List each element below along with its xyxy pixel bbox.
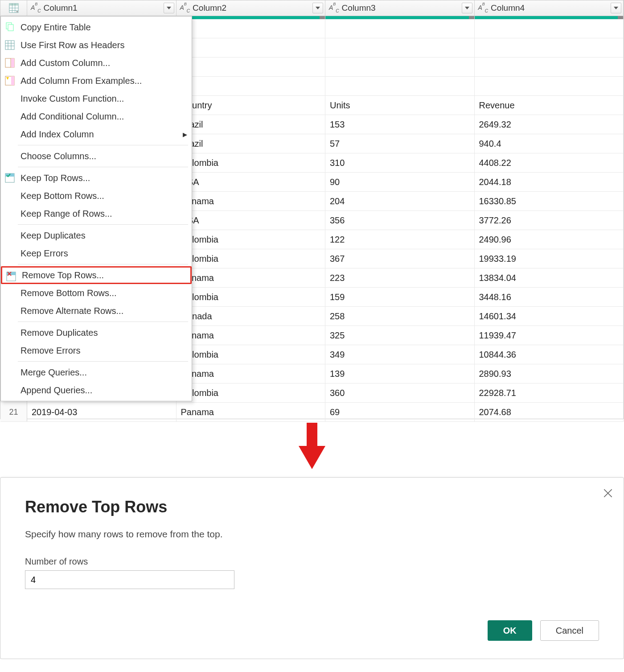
cell[interactable]: 325 — [325, 326, 475, 345]
cell[interactable]: Country — [177, 96, 326, 115]
filter-dropdown-icon[interactable] — [312, 3, 323, 13]
menu-item-keep-bottom-rows[interactable]: Keep Bottom Rows... — [1, 187, 192, 205]
cell[interactable]: 69 — [325, 403, 475, 421]
cell[interactable]: Colombia — [177, 288, 326, 306]
cell[interactable] — [475, 77, 624, 95]
cell[interactable]: Panama — [177, 326, 326, 345]
number-of-rows-input[interactable] — [25, 570, 234, 589]
cell[interactable]: 356 — [325, 211, 475, 230]
menu-item-invoke-custom-function[interactable]: Invoke Custom Function... — [1, 90, 192, 107]
cell[interactable]: 2044.18 — [475, 173, 624, 191]
cell[interactable]: 14601.34 — [475, 307, 624, 326]
cell[interactable]: 940.4 — [475, 134, 624, 153]
menu-item-remove-bottom-rows[interactable]: Remove Bottom Rows... — [1, 284, 192, 302]
cell[interactable]: 2890.93 — [475, 364, 624, 383]
cell[interactable]: 4408.22 — [475, 153, 624, 172]
menu-item-remove-top-rows[interactable]: Remove Top Rows... — [1, 266, 192, 284]
cell[interactable]: 2019-04-03 — [27, 403, 177, 421]
cell[interactable]: 2649.32 — [475, 115, 624, 134]
menu-item-choose-columns[interactable]: Choose Columns... — [1, 147, 192, 165]
cell[interactable]: Panama — [177, 192, 326, 210]
cell[interactable] — [177, 77, 326, 95]
cell[interactable]: 223 — [325, 268, 475, 287]
cell[interactable]: 11939.47 — [475, 326, 624, 345]
svg-marker-8 — [316, 7, 320, 9]
cell[interactable]: USA — [177, 173, 326, 191]
cell[interactable]: Brazil — [177, 115, 326, 134]
menu-item-merge-queries[interactable]: Merge Queries... — [1, 363, 192, 381]
filter-dropdown-icon[interactable] — [462, 3, 472, 13]
filter-dropdown-icon[interactable] — [611, 3, 621, 13]
cell[interactable]: 3772.26 — [475, 211, 624, 230]
cell[interactable]: 204 — [325, 192, 475, 210]
cell[interactable]: 13834.04 — [475, 268, 624, 287]
cell[interactable]: Panama — [177, 268, 326, 287]
cell[interactable]: 153 — [325, 115, 475, 134]
menu-item-add-column-from-examples[interactable]: Add Column From Examples... — [1, 72, 192, 90]
cell[interactable]: Units — [325, 96, 475, 115]
menu-item-append-queries[interactable]: Append Queries... — [1, 381, 192, 399]
cell[interactable]: 2490.96 — [475, 230, 624, 249]
cell[interactable]: 367 — [325, 249, 475, 268]
cell[interactable]: 19933.19 — [475, 249, 624, 268]
cell[interactable]: 349 — [325, 345, 475, 364]
cell[interactable]: 2074.68 — [475, 403, 624, 421]
cell[interactable]: Panama — [177, 403, 326, 421]
cell[interactable]: Colombia — [177, 153, 326, 172]
cell[interactable]: 10844.36 — [475, 345, 624, 364]
cancel-button[interactable]: Cancel — [540, 620, 599, 641]
cell[interactable] — [325, 58, 475, 76]
svg-marker-9 — [465, 7, 469, 9]
cell[interactable]: Panama — [177, 364, 326, 383]
menu-item-use-first-row-as-headers[interactable]: Use First Row as Headers — [1, 36, 192, 54]
menu-separator — [18, 361, 188, 362]
cell[interactable]: 159 — [325, 288, 475, 306]
filter-dropdown-icon[interactable] — [164, 3, 174, 13]
cell[interactable] — [475, 58, 624, 76]
menu-item-keep-duplicates[interactable]: Keep Duplicates — [1, 227, 192, 244]
cell[interactable] — [177, 58, 326, 76]
column-header-column3[interactable]: ABC Column3 — [325, 0, 475, 16]
menu-item-remove-duplicates[interactable]: Remove Duplicates — [1, 324, 192, 342]
cell[interactable]: Canada — [177, 307, 326, 326]
menu-item-add-index-column[interactable]: Add Index Column▸ — [1, 125, 192, 143]
cell[interactable]: 360 — [325, 383, 475, 402]
column-header-column4[interactable]: ABC Column4 — [475, 0, 624, 16]
cell[interactable] — [475, 38, 624, 57]
cell[interactable]: Colombia — [177, 345, 326, 364]
cell[interactable]: 122 — [325, 230, 475, 249]
column-header-column2[interactable]: ABC Column2 — [177, 0, 326, 16]
menu-item-remove-errors[interactable]: Remove Errors — [1, 342, 192, 359]
cell[interactable] — [177, 38, 326, 57]
column-header-column1[interactable]: ABC Column1 — [27, 0, 177, 16]
cell[interactable]: 16330.85 — [475, 192, 624, 210]
cell[interactable]: Brazil — [177, 134, 326, 153]
menu-item-keep-top-rows[interactable]: Keep Top Rows... — [1, 169, 192, 187]
cell[interactable]: 90 — [325, 173, 475, 191]
table-menu-button[interactable] — [0, 0, 27, 16]
cell[interactable]: 3448.16 — [475, 288, 624, 306]
cell[interactable]: 57 — [325, 134, 475, 153]
cell[interactable] — [177, 19, 326, 38]
menu-item-keep-errors[interactable]: Keep Errors — [1, 244, 192, 262]
cell[interactable]: USA — [177, 211, 326, 230]
cell[interactable]: Colombia — [177, 249, 326, 268]
cell[interactable]: 258 — [325, 307, 475, 326]
menu-item-remove-alternate-rows[interactable]: Remove Alternate Rows... — [1, 302, 192, 320]
cell[interactable] — [325, 38, 475, 57]
menu-item-add-conditional-column[interactable]: Add Conditional Column... — [1, 107, 192, 125]
cell[interactable]: 310 — [325, 153, 475, 172]
cell[interactable] — [325, 77, 475, 95]
cell[interactable]: Colombia — [177, 383, 326, 402]
cell[interactable]: Colombia — [177, 230, 326, 249]
cell[interactable]: 139 — [325, 364, 475, 383]
cell[interactable]: 22928.71 — [475, 383, 624, 402]
menu-item-copy-entire-table[interactable]: Copy Entire Table — [1, 18, 192, 36]
ok-button[interactable]: OK — [488, 620, 532, 641]
cell[interactable] — [475, 19, 624, 38]
menu-item-add-custom-column[interactable]: Add Custom Column... — [1, 54, 192, 72]
menu-item-keep-range-of-rows[interactable]: Keep Range of Rows... — [1, 205, 192, 223]
cell[interactable] — [325, 19, 475, 38]
close-icon[interactable] — [602, 487, 614, 499]
cell[interactable]: Revenue — [475, 96, 624, 115]
